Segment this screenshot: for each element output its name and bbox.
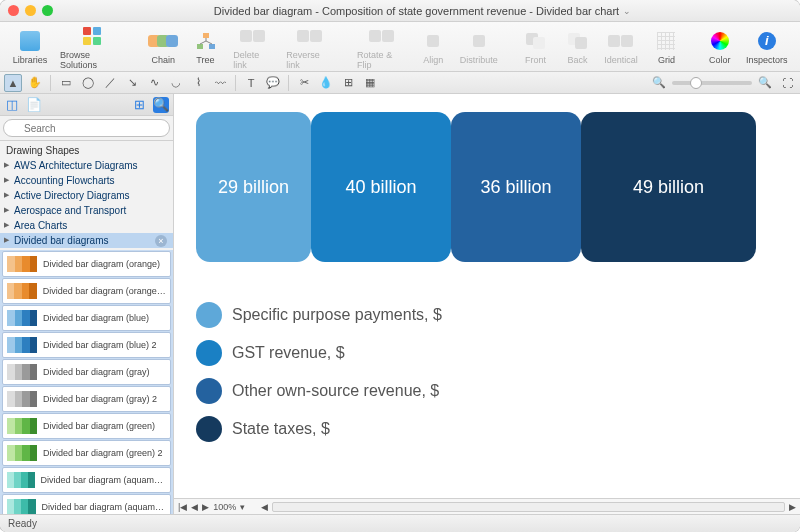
library-item-label: Divided bar diagram (aquamari... xyxy=(42,502,167,512)
zoom-dropdown-icon[interactable]: ▾ xyxy=(240,502,245,512)
eyedrop-tool[interactable]: 💧 xyxy=(317,74,335,92)
pointer-tool[interactable]: ▲ xyxy=(4,74,22,92)
rect-tool[interactable]: ▭ xyxy=(57,74,75,92)
view-grid-button[interactable]: ⊞ xyxy=(131,97,147,113)
curve-tool[interactable]: ∿ xyxy=(145,74,163,92)
hand-tool[interactable]: ✋ xyxy=(26,74,44,92)
library-item[interactable]: Divided bar diagram (aquamarine) xyxy=(2,467,171,493)
close-window-button[interactable] xyxy=(8,5,19,16)
page-first-button[interactable]: |◀ xyxy=(178,502,187,512)
rotate-flip-button[interactable]: Rotate & Flip xyxy=(351,22,411,72)
tree-category[interactable]: Aerospace and Transport xyxy=(0,203,173,218)
callout-tool[interactable]: 💬 xyxy=(264,74,282,92)
title-dropdown-icon[interactable]: ⌄ xyxy=(623,6,631,16)
color-button[interactable]: Color xyxy=(700,27,740,67)
chain-button[interactable]: Chain xyxy=(143,27,183,67)
sidebar-panel-icon[interactable]: ◫ xyxy=(4,97,20,113)
grid-button[interactable]: Grid xyxy=(646,27,686,67)
zoom-value[interactable]: 100% xyxy=(213,502,236,512)
zoom-slider[interactable] xyxy=(672,81,752,85)
distribute-button[interactable]: Distribute xyxy=(455,27,502,67)
drawing-canvas[interactable]: 29 billion40 billion36 billion49 billion… xyxy=(174,94,800,498)
bezier-tool[interactable]: 〰 xyxy=(211,74,229,92)
front-button[interactable]: Front xyxy=(515,27,555,67)
tree-category[interactable]: Accounting Flowcharts xyxy=(0,173,173,188)
category-close-icon[interactable]: × xyxy=(155,235,167,247)
browse-solutions-button[interactable]: Browse Solutions xyxy=(54,22,130,72)
library-item[interactable]: Divided bar diagram (blue) 2 xyxy=(2,332,171,358)
bar-segment[interactable]: 40 billion xyxy=(311,112,451,262)
library-item[interactable]: Divided bar diagram (gray) xyxy=(2,359,171,385)
rotate-flip-label: Rotate & Flip xyxy=(357,50,405,70)
main-area: ◫ 📄 ⊞ 🔍 🔍 Drawing Shapes AWS Architectur… xyxy=(0,94,800,514)
zoom-out-button[interactable]: 🔍 xyxy=(650,74,668,92)
back-button[interactable]: Back xyxy=(557,27,597,67)
library-item[interactable]: Divided bar diagram (green) 2 xyxy=(2,440,171,466)
stamp-tool[interactable]: ⊞ xyxy=(339,74,357,92)
color-label: Color xyxy=(709,55,731,65)
connector-tool[interactable]: ↘ xyxy=(123,74,141,92)
libraries-button[interactable]: Libraries xyxy=(8,27,52,67)
legend-dot xyxy=(196,378,222,404)
library-item-thumb xyxy=(7,418,37,434)
tree-button[interactable]: Tree xyxy=(185,27,225,67)
chart-legend: Specific purpose payments, $GST revenue,… xyxy=(196,302,788,442)
delete-link-button[interactable]: Delete link xyxy=(227,22,278,72)
tree-category-selected[interactable]: Divided bar diagrams × xyxy=(0,233,173,248)
legend-row: GST revenue, $ xyxy=(196,340,788,366)
library-item[interactable]: Divided bar diagram (aquamari... xyxy=(2,494,171,514)
library-item[interactable]: Divided bar diagram (green) xyxy=(2,413,171,439)
hscroll-left-button[interactable]: ◀ xyxy=(261,502,268,512)
reverse-link-button[interactable]: Reverse link xyxy=(280,22,338,72)
tree-category[interactable]: Active Directory Diagrams xyxy=(0,188,173,203)
libraries-icon xyxy=(20,31,40,51)
library-item[interactable]: Divided bar diagram (blue) xyxy=(2,305,171,331)
view-search-button[interactable]: 🔍 xyxy=(153,97,169,113)
table-tool[interactable]: ▦ xyxy=(361,74,379,92)
legend-dot xyxy=(196,416,222,442)
bar-segment[interactable]: 49 billion xyxy=(581,112,756,262)
zoom-in-button[interactable]: 🔍 xyxy=(756,74,774,92)
sidebar-doc-icon[interactable]: 📄 xyxy=(26,97,42,113)
identical-button[interactable]: Identical xyxy=(599,27,642,67)
library-item-label: Divided bar diagram (blue) 2 xyxy=(43,340,157,350)
page-prev-button[interactable]: ◀ xyxy=(191,502,198,512)
bar-segment[interactable]: 29 billion xyxy=(196,112,311,262)
minimize-window-button[interactable] xyxy=(25,5,36,16)
library-item-thumb xyxy=(7,337,37,353)
library-item[interactable]: Divided bar diagram (orange) 2 xyxy=(2,278,171,304)
grid-icon xyxy=(657,32,675,50)
ellipse-tool[interactable]: ◯ xyxy=(79,74,97,92)
inspectors-button[interactable]: i Inspectors xyxy=(742,27,792,67)
library-item-label: Divided bar diagram (aquamarine) xyxy=(41,475,166,485)
zoom-fit-button[interactable]: ⛶ xyxy=(778,74,796,92)
arc-tool[interactable]: ◡ xyxy=(167,74,185,92)
legend-label: Other own-source revenue, $ xyxy=(232,382,439,400)
bar-segment-label: 40 billion xyxy=(345,177,416,198)
svg-line-5 xyxy=(206,41,212,44)
hscroll-track[interactable] xyxy=(272,502,785,512)
search-input[interactable] xyxy=(3,119,170,137)
chain-label: Chain xyxy=(152,55,176,65)
tree-category[interactable]: AWS Architecture Diagrams xyxy=(0,158,173,173)
zoom-knob[interactable] xyxy=(690,77,702,89)
align-button[interactable]: Align xyxy=(413,27,453,67)
canvas-area: 29 billion40 billion36 billion49 billion… xyxy=(174,94,800,514)
polyline-tool[interactable]: ⌇ xyxy=(189,74,207,92)
library-item-thumb xyxy=(7,391,37,407)
library-item[interactable]: Divided bar diagram (orange) xyxy=(2,251,171,277)
text-tool[interactable]: T xyxy=(242,74,260,92)
search-wrap: 🔍 xyxy=(0,116,173,141)
hscroll-right-button[interactable]: ▶ xyxy=(789,502,796,512)
line-tool[interactable]: ／ xyxy=(101,74,119,92)
libraries-label: Libraries xyxy=(13,55,48,65)
divided-bar-chart[interactable]: 29 billion40 billion36 billion49 billion xyxy=(196,112,788,262)
tree-category[interactable]: Area Charts xyxy=(0,218,173,233)
crop-tool[interactable]: ✂ xyxy=(295,74,313,92)
zoom-window-button[interactable] xyxy=(42,5,53,16)
grid-label: Grid xyxy=(658,55,675,65)
library-item[interactable]: Divided bar diagram (gray) 2 xyxy=(2,386,171,412)
titlebar: Divided bar diagram - Composition of sta… xyxy=(0,0,800,22)
page-next-button[interactable]: ▶ xyxy=(202,502,209,512)
bar-segment[interactable]: 36 billion xyxy=(451,112,581,262)
